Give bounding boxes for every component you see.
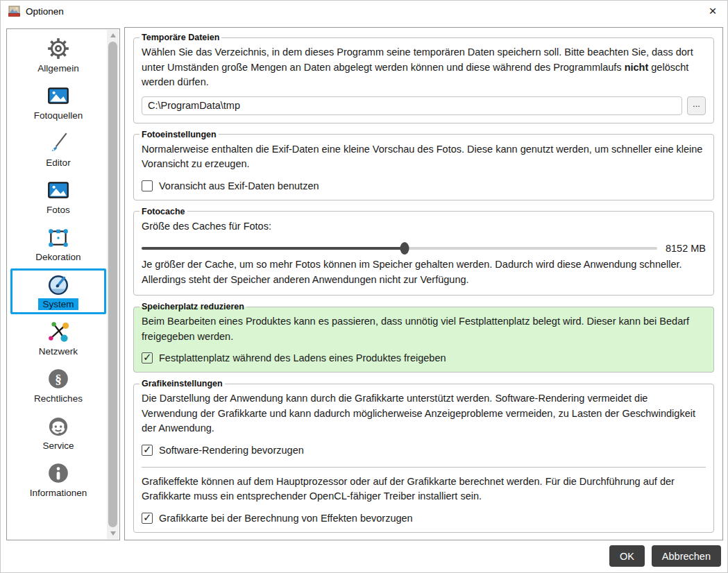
sidebar-item-system[interactable]: System (10, 268, 106, 314)
titlebar: Optionen (1, 1, 727, 22)
section-legend: Fotoeinstellungen (139, 130, 219, 139)
checkbox-label[interactable]: Voransicht aus Exif-Daten benutzen (159, 180, 319, 192)
scrollbar-thumb[interactable] (108, 42, 117, 527)
scroll-down-icon[interactable] (107, 528, 119, 539)
sidebar-item-label: Editor (46, 157, 70, 169)
sidebar-list: Allgemein Fotoquellen (9, 33, 108, 504)
section-fotoeinstellungen: Fotoeinstellungen Normalerweise enthalte… (133, 130, 714, 200)
checkbox-label[interactable]: Software-Rendering bevorzugen (159, 444, 304, 456)
brush-icon (46, 131, 70, 155)
sidebar-item-label: Netzwerk (39, 345, 78, 357)
gpu-effects-checkbox[interactable] (142, 513, 153, 524)
checkbox-label[interactable]: Festplattenplatz während des Ladens eine… (159, 352, 446, 364)
section-speicherplatz-reduzieren: Speicherplatz reduzieren Beim Bearbeiten… (133, 302, 714, 373)
exif-preview-checkbox[interactable] (142, 180, 153, 191)
section-description: Normalerweise enthalten die Exif-Daten e… (142, 142, 706, 172)
divider (142, 467, 706, 468)
close-icon[interactable]: × (701, 1, 725, 22)
free-disk-space-checkbox[interactable] (142, 352, 153, 364)
info-icon (46, 461, 70, 485)
section-description: Wählen Sie das Verzeichnis, in dem diese… (142, 45, 706, 90)
sidebar-item-dekoration[interactable]: Dekoration (10, 221, 106, 267)
cache-size-value: 8152 MB (666, 243, 706, 254)
network-icon (46, 320, 70, 343)
sidebar-item-rechtliches[interactable]: § Rechtliches (10, 363, 106, 409)
options-dialog: Optionen × (0, 0, 728, 573)
cache-size-label: Größe des Caches für Fotos: (142, 219, 706, 234)
cache-slider-fill (142, 247, 405, 250)
scroll-up-icon[interactable] (107, 30, 119, 41)
sidebar-scrollbar (107, 30, 119, 539)
app-icon (8, 6, 20, 17)
sidebar-item-fotoquellen[interactable]: Fotoquellen (10, 80, 106, 126)
ok-button[interactable]: OK (609, 545, 645, 567)
checkbox-label[interactable]: Grafikkarte bei der Berechnung von Effek… (159, 512, 413, 524)
sidebar-item-label: Rechtliches (34, 393, 83, 404)
sidebar-item-label: Service (42, 440, 74, 452)
section-legend: Temporäre Dateien (139, 33, 221, 42)
sidebar-item-label: Fotos (46, 204, 70, 216)
sidebar-item-label: Allgemein (37, 62, 78, 74)
paragraph-icon: § (46, 367, 70, 391)
sidebar-item-editor[interactable]: Editor (10, 127, 106, 173)
section-description: Grafikeffekte können auf dem Hauptprozes… (142, 474, 706, 504)
gear-icon (46, 37, 70, 60)
section-description: Beim Bearbeiten eines Produktes kann es … (142, 314, 706, 344)
sidebar-item-label: System (38, 298, 78, 310)
section-description: Je größer der Cache, um so mehr Fotos kö… (142, 257, 706, 287)
temp-path-input[interactable] (142, 96, 682, 115)
image-icon (46, 84, 70, 108)
sidebar-item-informationen[interactable]: Informationen (10, 457, 106, 503)
gauge-icon (46, 273, 70, 296)
sidebar-item-netzwerk[interactable]: Netzwerk (10, 316, 106, 361)
sidebar-item-label: Dekoration (35, 251, 81, 263)
window-title: Optionen (26, 6, 64, 17)
section-fotocache: Fotocache Größe des Caches für Fotos: 81… (133, 207, 714, 296)
cache-slider-thumb[interactable] (400, 242, 409, 255)
browse-button[interactable]: ... (687, 96, 706, 115)
sidebar-item-allgemein[interactable]: Allgemein (10, 33, 106, 78)
section-grafikeinstellungen: Grafikeinstellungen Die Darstellung der … (133, 379, 714, 533)
selection-box-icon (46, 225, 70, 249)
dialog-footer: OK Abbrechen (609, 545, 721, 567)
sidebar-item-fotos[interactable]: Fotos (10, 174, 106, 220)
sidebar-item-label: Fotoquellen (34, 110, 83, 121)
sidebar-item-service[interactable]: Service (10, 410, 106, 456)
software-rendering-checkbox[interactable] (142, 445, 153, 456)
sidebar: Allgemein Fotoquellen (6, 28, 120, 540)
section-legend: Fotocache (139, 207, 187, 216)
section-temporaere-dateien: Temporäre Dateien Wählen Sie das Verzeic… (133, 33, 714, 123)
section-legend: Grafikeinstellungen (139, 379, 225, 388)
cancel-button[interactable]: Abbrechen (652, 545, 721, 567)
cache-size-slider[interactable] (142, 247, 657, 250)
svg-text:§: § (55, 372, 62, 386)
headset-icon (46, 414, 70, 438)
section-legend: Speicherplatz reduzieren (139, 302, 246, 311)
image-icon (46, 178, 70, 202)
settings-panel: Temporäre Dateien Wählen Sie das Verzeic… (124, 27, 723, 540)
section-description: Die Darstellung der Anwendung kann durch… (142, 391, 706, 436)
sidebar-item-label: Informationen (30, 487, 87, 499)
